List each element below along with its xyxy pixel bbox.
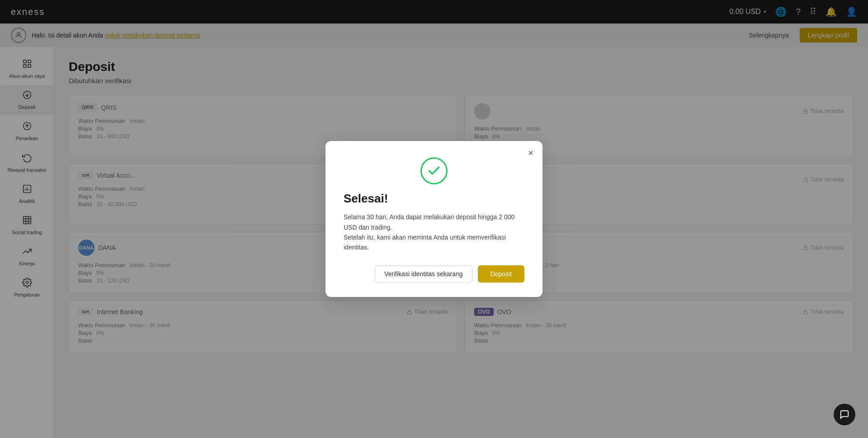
- modal-actions: Verifikasi identitas sekarang Deposit: [344, 265, 524, 283]
- deposit-button[interactable]: Deposit: [478, 265, 524, 283]
- modal-body: Selama 30 hari, Anda dapat melakukan dep…: [344, 212, 524, 253]
- modal-overlay: × Selesai! Selama 30 hari, Anda dapat me…: [0, 0, 868, 438]
- verify-identity-button[interactable]: Verifikasi identitas sekarang: [375, 265, 472, 283]
- success-check-icon: [420, 157, 448, 184]
- chat-button[interactable]: [834, 404, 855, 425]
- modal-close-button[interactable]: ×: [528, 148, 533, 157]
- success-modal: × Selesai! Selama 30 hari, Anda dapat me…: [326, 141, 542, 297]
- modal-title: Selesai!: [344, 192, 524, 206]
- modal-icon-area: [344, 157, 524, 184]
